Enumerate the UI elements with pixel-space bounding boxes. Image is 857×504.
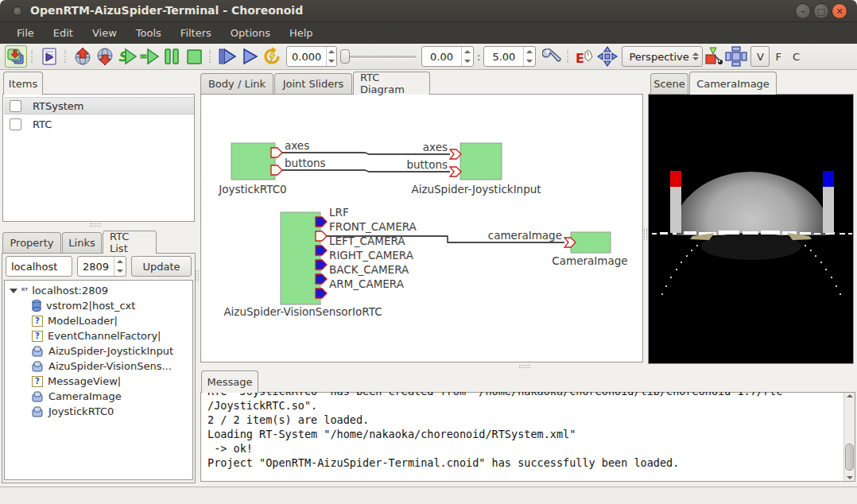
scroll-up-arrow[interactable]: [847, 394, 853, 397]
config-wrench-icon[interactable]: [541, 45, 563, 68]
menu-edit[interactable]: Edit: [45, 24, 82, 42]
tab-body-link[interactable]: Body / Link: [200, 73, 273, 94]
rtc-box-joystickinput[interactable]: [460, 143, 502, 180]
title-bar[interactable]: OpenRTM-AizuSpider-Terminal - Choreonoid…: [0, 0, 857, 22]
simulation-stop-icon[interactable]: [183, 45, 205, 68]
rtc-label-visionsensor: AizuSpider-VisionSensorIoRTC: [223, 305, 382, 318]
range-end-spinbox[interactable]: 5.00: [483, 46, 536, 67]
tree-label: CameraImage: [48, 390, 122, 402]
in-port-buttons[interactable]: [450, 167, 461, 176]
tab-links[interactable]: Links: [62, 232, 102, 253]
simulation-pause-icon[interactable]: [161, 45, 183, 68]
menu-options[interactable]: Options: [222, 24, 279, 42]
tab-property[interactable]: Property: [2, 232, 61, 253]
in-port-axes[interactable]: [450, 149, 461, 159]
rt-nameserver-icon: ᴿᵀ: [21, 287, 28, 295]
projection-mode-combo[interactable]: Perspective: [622, 46, 703, 67]
translation-mode-icon[interactable]: [596, 45, 619, 68]
out-port-left-camera[interactable]: [316, 246, 327, 255]
out-port-right-camera[interactable]: [316, 260, 327, 269]
menu-view[interactable]: View: [83, 24, 126, 42]
save-project-icon[interactable]: [5, 45, 27, 68]
tree-row-joystickrtc0[interactable]: JoystickRTC0: [10, 404, 114, 419]
world-upload-icon[interactable]: [72, 45, 94, 68]
c-button[interactable]: C: [787, 51, 805, 63]
tree-row-nameserver[interactable]: ᴿᵀ localhost:2809: [10, 283, 108, 298]
expander-icon[interactable]: [10, 289, 17, 293]
edit-mode-icon[interactable]: E: [574, 45, 596, 68]
item-checkbox-rtsystem[interactable]: [10, 100, 21, 112]
tree-row-messageview[interactable]: ? MessageView|: [10, 374, 121, 389]
simulation-start-icon[interactable]: S: [116, 45, 138, 68]
tree-row-joystickinput[interactable]: AizuSpider-JoystickInput: [10, 343, 173, 359]
tab-items[interactable]: Items: [3, 72, 43, 95]
rtc-box-joystickrtc0[interactable]: [231, 143, 275, 180]
rtc-diagram-canvas[interactable]: JoystickRTC0 axes buttons AizuSpider-Joy…: [201, 95, 642, 362]
message-scrollbar[interactable]: [843, 393, 855, 481]
menu-file[interactable]: File: [8, 24, 43, 42]
rtc-box-visionsensor[interactable]: [281, 212, 320, 304]
tree-row-host-cxt[interactable]: vstrom2|host_cxt: [10, 298, 135, 313]
text-editor-icon[interactable]: [38, 45, 60, 68]
out-port-buttons[interactable]: [271, 165, 282, 175]
close-button[interactable]: ✕: [832, 3, 847, 19]
item-checkbox-rtc[interactable]: [10, 118, 21, 130]
out-port-front-camera[interactable]: [316, 231, 327, 241]
port-spinbox[interactable]: 2809: [77, 256, 126, 277]
tab-message[interactable]: Message: [201, 370, 258, 393]
tree-row-eventchannelfactory[interactable]: ? EventChannelFactory|: [10, 328, 161, 343]
menu-help[interactable]: Help: [281, 24, 322, 42]
vertex-toggle-button[interactable]: V: [750, 46, 770, 67]
tab-rtc-diagram[interactable]: RTC Diagram: [353, 72, 430, 95]
world-download-icon[interactable]: [94, 45, 116, 68]
playback-play-icon[interactable]: [238, 45, 261, 68]
tab-rtc-diagram-label: RTC Diagram: [360, 72, 423, 95]
item-row-rtsystem[interactable]: RTSystem: [4, 97, 194, 114]
port-label-right-camera: RIGHT_CAMERA: [329, 249, 414, 262]
splitter-center-bottom[interactable]: [519, 365, 530, 368]
window-title: OpenRTM-AizuSpider-Terminal - Choreonoid: [30, 4, 303, 17]
time-slider[interactable]: [340, 46, 418, 67]
menu-tools[interactable]: Tools: [127, 24, 170, 42]
tree-row-visionsensor[interactable]: AizuSpider-VisionSens...: [10, 359, 172, 374]
out-port-axes[interactable]: [271, 148, 282, 157]
message-line: RTC "JoystickRTC0" has been created from…: [207, 392, 837, 398]
vertex-button-label: V: [757, 51, 764, 63]
maximize-button[interactable]: □: [813, 3, 829, 19]
port-label-lrf: LRF: [329, 206, 349, 219]
tab-rtc-list[interactable]: RTC List: [103, 231, 157, 254]
camera-image-view: [648, 94, 854, 364]
menu-filters[interactable]: Filters: [172, 24, 220, 42]
out-port-lrf[interactable]: [316, 217, 327, 227]
tab-joint-sliders[interactable]: Joint Sliders: [274, 73, 352, 94]
camera-image-canvas: [649, 95, 853, 363]
window-menu-icon[interactable]: [13, 6, 22, 16]
playback-init-icon[interactable]: [216, 45, 238, 68]
item-row-rtc[interactable]: RTC: [4, 115, 194, 133]
scene-render-icon[interactable]: [703, 45, 725, 68]
tree-row-cameraimage[interactable]: CameraImage: [10, 389, 122, 404]
out-port-arm-camera[interactable]: [316, 289, 327, 298]
scroll-down-arrow[interactable]: [847, 476, 853, 479]
message-scrollbar-thumb[interactable]: [845, 444, 854, 471]
minimize-button[interactable]: –: [795, 3, 811, 19]
simulation-resume-icon[interactable]: [138, 45, 161, 68]
splitter-center-right[interactable]: [644, 229, 647, 240]
tab-scene[interactable]: Scene: [650, 73, 688, 94]
range-start-spinbox[interactable]: 0.00: [421, 46, 474, 67]
update-button[interactable]: Update: [131, 256, 192, 277]
host-input[interactable]: [6, 256, 72, 277]
tab-cameraimage[interactable]: CameraImage: [689, 72, 777, 95]
time-spinbox[interactable]: 0.000: [286, 46, 337, 67]
time-slider-thumb[interactable]: [340, 49, 350, 64]
splitter-left-center[interactable]: [196, 270, 199, 281]
collision-detection-icon[interactable]: [725, 45, 747, 68]
out-port-back-camera[interactable]: [316, 274, 327, 284]
time-refresh-icon[interactable]: [261, 45, 283, 68]
rtc-label-cameraimage: CameraImage: [552, 254, 627, 267]
rtc-box-cameraimage[interactable]: [571, 232, 611, 253]
tree-row-modelloader[interactable]: ? ModelLoader|: [10, 313, 118, 328]
f-button[interactable]: F: [770, 51, 786, 63]
splitter-left[interactable]: [90, 223, 101, 227]
message-text[interactable]: RTC "JoystickRTC0" has been created from…: [201, 392, 843, 481]
